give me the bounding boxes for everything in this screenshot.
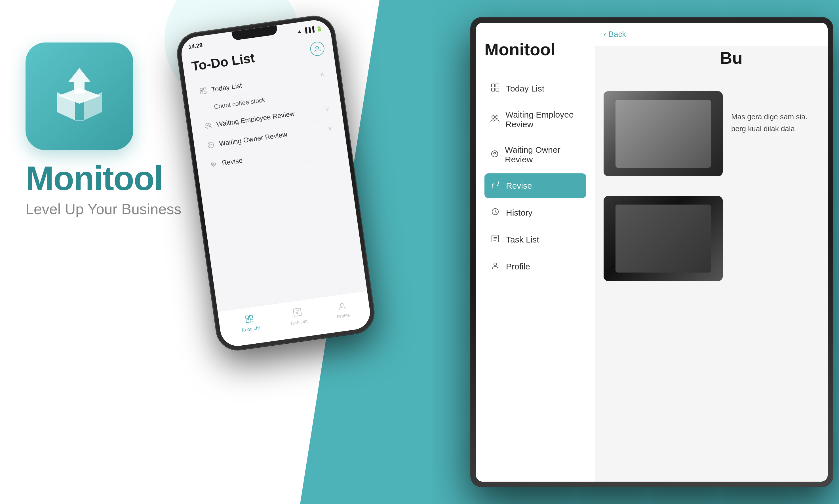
tablet-image-2 (603, 196, 723, 281)
wifi-icon: ▲ (296, 28, 302, 35)
svg-rect-3 (201, 91, 203, 94)
tasklist-nav-label: Task List (290, 319, 308, 326)
phone-screen-title: To-Do List (191, 50, 256, 74)
tablet-mockup: Monitool Today List (470, 17, 839, 493)
blob-bottom (227, 391, 298, 462)
svg-rect-19 (492, 88, 495, 91)
profile-nav-label: Profile (337, 313, 350, 320)
tablet-nav-today-list[interactable]: Today List (484, 76, 586, 101)
tablet-content: ‹ Back Bu (595, 23, 828, 482)
svg-point-16 (340, 303, 343, 306)
svg-line-14 (295, 312, 299, 312)
tablet-tasklist-icon (490, 234, 500, 245)
tablet-history-label: History (506, 208, 532, 218)
svg-rect-10 (246, 320, 249, 323)
app-name: Monitool (25, 159, 181, 198)
phone-status-icons: ▲ ▐▐▐ 🔋 (296, 25, 323, 35)
phone-avatar[interactable] (309, 41, 325, 57)
tablet-waiting-employee-icon (490, 114, 500, 125)
tablet-body-text: Mas gera dige sam sia. berg kual dilak d… (731, 105, 816, 474)
tablet-content-title: Bu (720, 48, 742, 68)
tablet-nav-revise[interactable]: Revise (484, 174, 586, 198)
tablet-waiting-employee-label: Waiting Employee Review (506, 110, 581, 129)
svg-rect-11 (250, 319, 253, 322)
today-list-chevron: ∧ (320, 70, 325, 78)
tablet-waiting-owner-icon (490, 149, 499, 160)
svg-line-15 (296, 313, 298, 314)
revise-icon (208, 159, 219, 169)
waiting-employee-chevron: ∨ (324, 105, 330, 113)
tablet-back-bar[interactable]: ‹ Back (595, 23, 828, 46)
logo-section: Monitool Level Up Your Business (25, 42, 181, 218)
svg-point-21 (492, 115, 495, 119)
tablet-today-list-label: Today List (506, 84, 544, 93)
svg-rect-17 (492, 84, 495, 87)
svg-rect-20 (496, 88, 499, 91)
svg-rect-2 (203, 88, 206, 90)
today-list-icon (198, 86, 208, 96)
svg-point-0 (315, 46, 319, 49)
tablet-nav-waiting-owner[interactable]: Waiting Owner Review (484, 138, 586, 171)
phone-nav-profile[interactable]: Profile (335, 301, 350, 320)
tablet-today-list-icon (490, 83, 500, 94)
tablet-description: Mas gera dige sam sia. berg kual dilak d… (731, 111, 816, 134)
phone-nav-todo[interactable]: To-do List (239, 313, 261, 333)
waiting-employee-icon (203, 121, 213, 131)
svg-point-6 (208, 123, 211, 126)
tablet-profile-label: Profile (506, 262, 530, 271)
tablet-app-title: Monitool (484, 40, 586, 59)
phone-nav-tasklist[interactable]: Task List (288, 307, 308, 326)
tablet-waiting-owner-label: Waiting Owner Review (505, 145, 581, 164)
tablet-nav-profile[interactable]: Profile (484, 254, 586, 279)
battery-icon: 🔋 (315, 25, 323, 32)
tablet-revise-label: Revise (506, 181, 532, 191)
svg-rect-4 (204, 91, 206, 93)
todo-nav-label: To-do List (241, 325, 261, 333)
phone-time: 14.28 (188, 42, 203, 50)
svg-rect-1 (200, 88, 203, 91)
svg-point-5 (206, 124, 208, 126)
tablet-history-icon (490, 207, 500, 218)
logo-svg (42, 59, 116, 133)
svg-rect-18 (496, 84, 499, 87)
todo-nav-icon (244, 314, 255, 326)
signal-icon: ▐▐▐ (303, 26, 315, 34)
tablet-back-label: Back (609, 30, 626, 39)
phone-mockup: 14.28 ▲ ▐▐▐ 🔋 To-Do List (175, 13, 381, 344)
tablet-sidebar: Monitool Today List (476, 23, 595, 482)
app-tagline: Level Up Your Business (25, 201, 181, 218)
svg-line-13 (295, 310, 299, 311)
tablet-content-inner: Bu (595, 46, 828, 482)
waiting-owner-icon (206, 140, 216, 150)
tablet-nav-tasklist[interactable]: Task List (484, 227, 586, 252)
svg-point-29 (494, 263, 497, 266)
tablet-nav-waiting-employee[interactable]: Waiting Employee Review (484, 103, 586, 136)
app-icon (25, 42, 133, 150)
tablet-profile-icon (490, 261, 500, 272)
back-chevron-icon: ‹ (603, 30, 606, 39)
svg-rect-9 (250, 315, 253, 318)
svg-rect-8 (246, 316, 249, 319)
waiting-owner-chevron: ∨ (327, 124, 332, 132)
waiting-owner-label: Waiting Owner Review (219, 130, 288, 148)
svg-point-22 (495, 115, 498, 119)
tablet-image-1 (603, 91, 723, 176)
phone-content: To-Do List (182, 33, 349, 182)
profile-nav-icon (337, 301, 347, 313)
today-list-label: Today List (211, 82, 242, 94)
tablet-nav-history[interactable]: History (484, 200, 586, 225)
tablet-tasklist-label: Task List (506, 235, 539, 245)
tasklist-nav-icon (292, 307, 303, 319)
tablet-revise-icon (490, 180, 500, 191)
revise-label: Revise (222, 156, 243, 167)
